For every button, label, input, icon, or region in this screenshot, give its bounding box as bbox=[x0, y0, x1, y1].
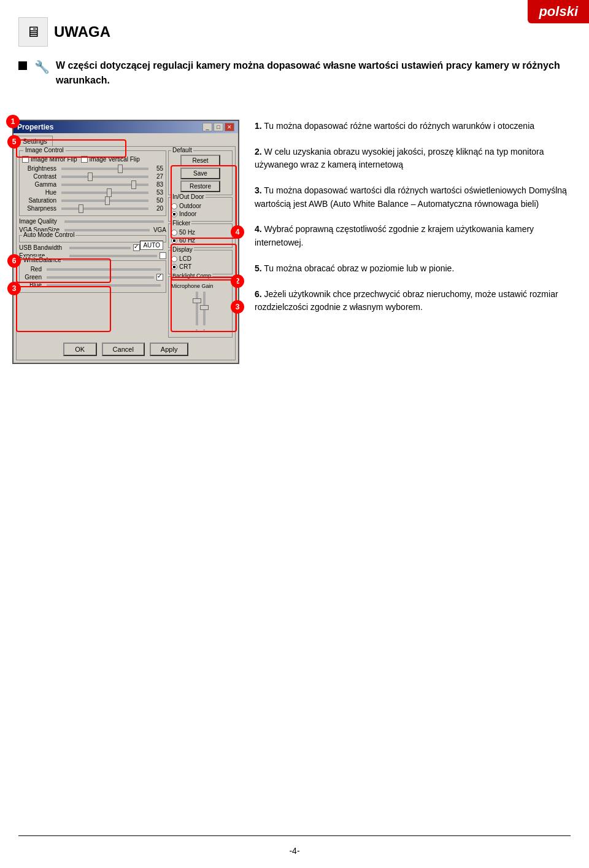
outdoor-radio[interactable]: Outdoor bbox=[171, 203, 229, 209]
hz60-radio[interactable]: 60 Hz bbox=[171, 237, 229, 244]
main-content: Properties _ □ ✕ Settings bbox=[12, 120, 577, 364]
saturation-row: Saturation 50 bbox=[22, 197, 163, 204]
backlight-slider[interactable] bbox=[196, 292, 198, 325]
crt-radio[interactable]: CRT bbox=[171, 263, 229, 270]
properties-dialog: Properties _ □ ✕ Settings bbox=[12, 120, 239, 364]
titlebar-buttons: _ □ ✕ bbox=[202, 123, 234, 131]
microphone-slider[interactable] bbox=[203, 292, 206, 325]
contrast-row: Contrast 27 bbox=[22, 173, 163, 180]
white-balance-group: WhiteBalance Red Green ✓ bbox=[19, 260, 166, 293]
dialog-inner: Image Control Image Mirror Flip bbox=[16, 146, 236, 360]
ok-button[interactable]: OK bbox=[63, 343, 97, 356]
dialog-footer: OK Cancel Apply bbox=[19, 339, 233, 357]
lcd-radio[interactable]: LCD bbox=[171, 255, 229, 262]
vertical-sliders: - - bbox=[171, 292, 229, 332]
hue-row: Hue 53 bbox=[22, 189, 163, 196]
right-item-5: 5. Tu można obracać obraz w poziomie lub… bbox=[255, 262, 577, 276]
saturation-slider[interactable] bbox=[61, 200, 148, 202]
white-balance-label: WhiteBalance bbox=[22, 257, 63, 263]
hue-slider[interactable] bbox=[61, 192, 148, 194]
vga-snapsize-slider[interactable] bbox=[64, 229, 150, 231]
annotation-3-right: 3 bbox=[231, 300, 244, 314]
brightness-slider[interactable] bbox=[61, 168, 148, 170]
uwaga-header: 🖥 UWAGA bbox=[18, 17, 110, 47]
bullet-section: 🔧 W części dotyczącej regulacji kamery m… bbox=[18, 58, 571, 88]
usb-bandwidth-row: USB Bandwidth ✓ bbox=[19, 244, 140, 251]
sharpness-slider[interactable] bbox=[61, 207, 148, 210]
image-control-group: Image Control Image Mirror Flip bbox=[19, 150, 166, 216]
auto-mode-value: AUTO bbox=[140, 241, 163, 250]
blue-slider[interactable] bbox=[47, 284, 161, 287]
image-quality-slider[interactable] bbox=[64, 220, 164, 223]
image-control-label: Image Control bbox=[23, 147, 66, 153]
mirror-flip-item: Image Mirror Flip bbox=[22, 156, 77, 163]
default-group: Default Reset Save Restore bbox=[168, 150, 233, 195]
display-group: Display LCD CRT bbox=[168, 250, 233, 274]
red-slider[interactable] bbox=[47, 268, 161, 271]
right-item-4: 4. Wybrać poprawną częstotliwość zgodnie… bbox=[255, 223, 577, 249]
dialog-left-col: Image Control Image Mirror Flip bbox=[19, 149, 166, 339]
wrench-icon: 🔧 bbox=[34, 60, 50, 74]
right-item-6: 6. Jeżeli użytkownik chce przechwycić ob… bbox=[255, 288, 577, 314]
save-button[interactable]: Save bbox=[180, 168, 220, 179]
language-badge: polski bbox=[528, 0, 589, 23]
sharpness-row: Sharpness 20 bbox=[22, 205, 163, 212]
annotation-5: 5 bbox=[7, 135, 21, 149]
auto-mode-label: Auto Mode Control bbox=[22, 231, 75, 238]
exposure-checkbox[interactable] bbox=[160, 252, 166, 259]
auto-mode-group: Auto Mode Control AUTO bbox=[19, 235, 166, 242]
minimize-button[interactable]: _ bbox=[202, 123, 212, 131]
right-text-column: 1. Tu można dopasować różne wartości do … bbox=[252, 120, 577, 364]
bullet-square bbox=[18, 61, 27, 70]
dialog-body: Settings Image Control bbox=[13, 133, 238, 363]
apply-button[interactable]: Apply bbox=[150, 343, 189, 356]
page-divider bbox=[18, 835, 571, 836]
microphone-gain-label: Microphone Gain bbox=[171, 283, 229, 289]
annotation-2: 2 bbox=[231, 274, 244, 288]
green-checkbox[interactable]: ✓ bbox=[156, 274, 163, 281]
annotation-6: 6 bbox=[7, 254, 21, 268]
red-row: Red bbox=[22, 266, 163, 273]
in-out-door-label: In/Out Door bbox=[171, 193, 206, 200]
default-label: Default bbox=[171, 147, 193, 153]
page-footer: -4- bbox=[0, 846, 589, 856]
indoor-radio[interactable]: Indoor bbox=[171, 211, 229, 217]
uwaga-icon: 🖥 bbox=[18, 17, 48, 47]
cancel-button[interactable]: Cancel bbox=[102, 343, 145, 356]
flicker-label: Flicker bbox=[171, 220, 191, 227]
backlight-comp-label: Backlight Comp bbox=[171, 273, 212, 279]
mirror-flip-checkbox[interactable] bbox=[22, 156, 29, 163]
reset-button[interactable]: Reset bbox=[180, 155, 220, 166]
annotation-4: 4 bbox=[231, 225, 244, 239]
right-item-1: 1. Tu można dopasować różne wartości do … bbox=[255, 120, 577, 133]
annotation-1: 1 bbox=[6, 115, 20, 128]
usb-bandwidth-checkbox[interactable]: ✓ bbox=[133, 244, 140, 251]
exposure-slider[interactable] bbox=[69, 255, 157, 257]
blue-row: Blue bbox=[22, 282, 163, 289]
dialog-right-col: Default Reset Save Restore In/Out Door bbox=[168, 149, 233, 339]
flicker-group: Flicker 50 Hz 60 Hz bbox=[168, 223, 233, 248]
dialog-two-col: Image Control Image Mirror Flip bbox=[19, 149, 233, 339]
uwaga-title: UWAGA bbox=[54, 23, 110, 41]
gamma-slider[interactable] bbox=[61, 184, 148, 186]
display-label: Display bbox=[171, 246, 194, 253]
vertical-flip-item: Image Vertical Flip bbox=[81, 156, 140, 163]
green-slider[interactable] bbox=[47, 276, 154, 279]
annotation-3-left: 3 bbox=[7, 282, 21, 295]
hz50-radio[interactable]: 50 Hz bbox=[171, 229, 229, 236]
restore-button[interactable]: Restore bbox=[180, 180, 220, 192]
usb-bandwidth-slider[interactable] bbox=[69, 247, 131, 249]
bullet-text: W części dotyczącej regulacji kamery moż… bbox=[56, 58, 571, 88]
maximize-button[interactable]: □ bbox=[214, 123, 223, 131]
brightness-row: Brightness 55 bbox=[22, 165, 163, 172]
backlight-group: Backlight Comp Microphone Gain - bbox=[168, 276, 233, 338]
dialog-titlebar: Properties _ □ ✕ bbox=[13, 121, 238, 133]
vertical-flip-checkbox[interactable] bbox=[81, 156, 88, 163]
image-quality-row: Image Quality bbox=[19, 218, 166, 225]
close-button[interactable]: ✕ bbox=[225, 123, 234, 131]
in-out-door-group: In/Out Door Outdoor Indoor bbox=[168, 197, 233, 222]
contrast-slider[interactable] bbox=[61, 176, 148, 178]
settings-tab[interactable]: Settings bbox=[17, 136, 53, 146]
green-row: Green ✓ bbox=[22, 274, 163, 281]
right-item-2: 2. W celu uzyskania obrazu wysokiej jako… bbox=[255, 145, 577, 172]
